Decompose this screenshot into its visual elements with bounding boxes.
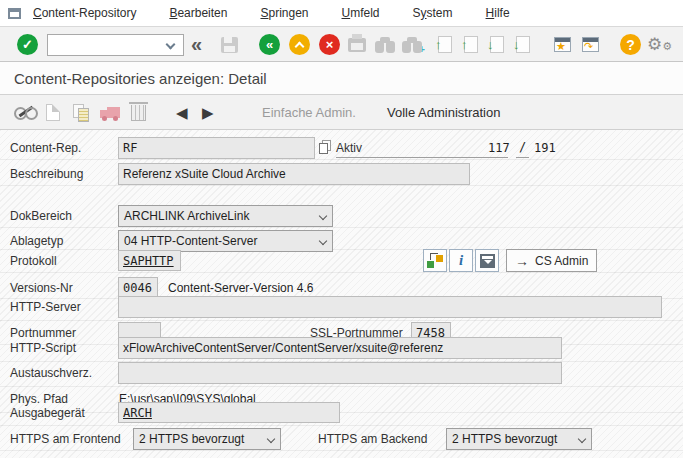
chevron-down-icon	[578, 435, 586, 443]
first-page-icon: ↑	[438, 36, 452, 53]
chevron-down-icon	[319, 237, 327, 245]
previous-page-icon: ↑	[464, 36, 478, 53]
menu-system[interactable]: System	[413, 6, 453, 20]
ablagetyp-label: Ablagetyp	[10, 230, 63, 252]
simple-admin-button: Einfache Admin.	[262, 105, 356, 120]
https-backend-dropdown[interactable]: 2 HTTPS bevorzugt	[446, 428, 592, 450]
new-session-icon[interactable]: ★	[554, 37, 571, 52]
print-icon	[348, 38, 366, 52]
protokoll-field[interactable]: SAPHTTP	[118, 250, 181, 271]
delete-icon	[131, 105, 146, 121]
transport-icon[interactable]	[100, 105, 121, 121]
counter-separator: /	[516, 137, 529, 158]
info-icon: i	[459, 253, 463, 268]
standard-toolbar: ✓ « « × + ↑ ↑ ↓ ↓ ★ ↷ ? ⚙⚙	[0, 27, 683, 62]
cs-admin-button[interactable]: →CS Admin	[506, 249, 597, 272]
http-server-label: HTTP-Server	[10, 296, 81, 318]
counter-total: 191	[534, 137, 556, 159]
display-change-icon[interactable]	[14, 105, 36, 120]
dokbereich-label: DokBereich	[10, 205, 72, 227]
connection-test-icon	[427, 253, 443, 268]
content-rep-field[interactable]: RF	[118, 137, 315, 159]
enter-icon[interactable]: ✓	[17, 34, 38, 55]
send-certificate-button[interactable]	[475, 249, 499, 272]
aktiv-label: Aktiv	[336, 137, 362, 159]
http-server-field[interactable]	[118, 296, 662, 318]
https-backend-label: HTTPS am Backend	[318, 428, 427, 450]
page-title: Content-Repositories anzeigen: Detail	[14, 70, 267, 87]
ablagetyp-dropdown[interactable]: 04 HTTP-Content-Server	[118, 230, 333, 252]
menu-hilfe[interactable]: Hilfe	[486, 6, 510, 20]
austauschverz-label: Austauschverz.	[10, 362, 92, 384]
previous-entry-icon[interactable]: ◀	[176, 105, 188, 120]
next-page-icon: ↓	[490, 36, 504, 53]
content-rep-label: Content-Rep.	[10, 137, 81, 159]
detail-form: Content-Rep. RF Aktiv 117 / 191 Beschrei…	[0, 130, 683, 458]
menu-umfeld[interactable]: Umfeld	[342, 6, 380, 20]
http-script-label: HTTP-Script	[10, 337, 76, 359]
back-icon[interactable]: «	[259, 34, 280, 55]
menu-content-repository[interactable]: Content-Repository	[33, 6, 136, 20]
https-frontend-dropdown[interactable]: 2 HTTPS bevorzugt	[133, 428, 281, 450]
full-admin-button[interactable]: Volle Administration	[387, 105, 500, 120]
create-shortcut-icon[interactable]: ↷	[582, 37, 599, 52]
counter-current: 117	[488, 137, 510, 159]
sap-gui-window: Content-Repository Bearbeiten Springen U…	[0, 0, 683, 458]
https-frontend-label: HTTPS am Frontend	[10, 428, 121, 450]
application-toolbar: ◀ ▶ Einfache Admin. Volle Administration	[0, 95, 683, 130]
menu-bar: Content-Repository Bearbeiten Springen U…	[0, 0, 683, 27]
test-connection-button[interactable]	[423, 249, 447, 272]
matchcode-icon[interactable]	[319, 140, 332, 155]
protokoll-label: Protokoll	[10, 250, 57, 272]
system-menu-icon[interactable]	[8, 8, 21, 19]
menu-springen[interactable]: Springen	[260, 6, 308, 20]
dokbereich-dropdown[interactable]: ARCHLINK ArchiveLink	[118, 205, 333, 227]
ausgabegeraet-field[interactable]: ARCH	[118, 402, 340, 423]
find-icon	[375, 37, 395, 53]
ausgabegeraet-label: Ausgabegerät	[10, 402, 85, 424]
exit-icon[interactable]	[289, 34, 310, 55]
chevron-down-icon	[319, 212, 327, 220]
austauschverz-field[interactable]	[118, 362, 562, 384]
create-icon	[46, 104, 60, 121]
versions-nr-field[interactable]: 0046	[118, 277, 158, 298]
next-entry-icon[interactable]: ▶	[202, 105, 214, 120]
right-arrow-icon: →	[515, 254, 529, 268]
last-page-icon: ↓	[516, 36, 530, 53]
find-next-icon: +	[402, 37, 422, 53]
chevron-down-icon	[267, 435, 275, 443]
beschreibung-label: Beschreibung	[10, 163, 83, 185]
status-info-button[interactable]: i	[449, 249, 473, 272]
command-input[interactable]	[47, 34, 184, 56]
command-dropdown-icon[interactable]	[166, 40, 176, 50]
send-icon	[480, 254, 495, 268]
help-icon[interactable]: ?	[620, 34, 641, 55]
save-icon	[221, 37, 238, 53]
beschreibung-field[interactable]: Referenz xSuite Cloud Archive	[118, 163, 470, 185]
cancel-icon[interactable]: ×	[319, 34, 340, 55]
menu-bearbeiten[interactable]: Bearbeiten	[169, 6, 227, 20]
customize-layout-icon[interactable]: ⚙⚙	[647, 36, 672, 53]
title-bar: Content-Repositories anzeigen: Detail	[0, 62, 683, 95]
collapse-icon[interactable]: «	[191, 33, 202, 56]
copy-icon[interactable]	[73, 104, 91, 122]
http-script-field[interactable]: xFlowArchiveContentServer/ContentServer/…	[118, 337, 562, 359]
